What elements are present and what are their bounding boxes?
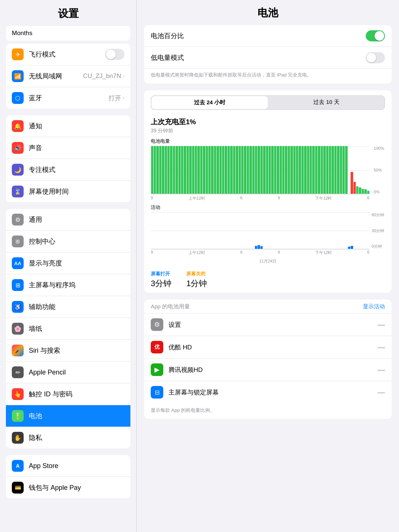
screen-on-stat: 屏幕打开 3分钟 bbox=[151, 271, 171, 289]
notification-icon: 🔔 bbox=[12, 120, 24, 132]
content-title: 电池 bbox=[144, 0, 392, 25]
accessibility-icon: ♿ bbox=[12, 301, 24, 313]
touchid-icon: 👆 bbox=[12, 388, 24, 400]
airplane-toggle[interactable] bbox=[105, 49, 125, 60]
activity-chart-label: 活动 bbox=[151, 204, 385, 211]
screen-off-value: 1分钟 bbox=[186, 278, 207, 289]
wifi-icon: 📶 bbox=[12, 70, 24, 82]
sidebar-item-wallpaper[interactable]: 🌸 墙纸 bbox=[6, 318, 130, 340]
last-charge-title: 上次充电至1% bbox=[151, 117, 385, 127]
sidebar-item-screentime[interactable]: ⌛ 屏幕使用时间 bbox=[6, 181, 130, 202]
sidebar-item-airplane[interactable]: ✈ 飞行模式 bbox=[6, 44, 130, 65]
appstore-label: App Store bbox=[29, 462, 125, 470]
low-power-row: 低电量模式 bbox=[144, 47, 392, 69]
content-area: 电池 电池百分比 低电量模式 低电量模式将暂时降低如下载和邮件抓取等后台活动，直… bbox=[137, 0, 399, 532]
low-power-label: 低电量模式 bbox=[151, 53, 366, 62]
app-usage-title: App 的电池用量 bbox=[151, 303, 363, 310]
general-icon: ⚙ bbox=[12, 214, 24, 226]
homescreen-label: 主屏幕与程序坞 bbox=[29, 281, 125, 289]
tencent-app-name: 腾讯视频HD bbox=[168, 366, 378, 374]
accessibility-label: 辅助功能 bbox=[29, 302, 125, 311]
applepencil-label: Apple Pencil bbox=[29, 369, 125, 376]
app-row-tencent[interactable]: ▶ 腾讯视频HD — bbox=[144, 358, 392, 381]
tab-10d[interactable]: 过去 10 天 bbox=[268, 96, 385, 109]
sidebar-item-appstore[interactable]: A App Store bbox=[6, 455, 130, 477]
battery-chart-card: 过去 24 小时 过去 10 天 上次充电至1% 39 分钟前 电池电量 100… bbox=[144, 90, 392, 293]
sidebar-group-store: A App Store 💳 钱包与 Apple Pay bbox=[6, 455, 130, 498]
battery-chart-section: 上次充电至1% 39 分钟前 电池电量 100% 50% 0% 9 bbox=[144, 113, 392, 266]
sidebar-item-wifi[interactable]: 📶 无线局域网 CU_ZJ_bn7N › bbox=[6, 65, 130, 87]
bluetooth-value: 打开 bbox=[109, 94, 121, 102]
sidebar-group-connectivity: ✈ 飞行模式 📶 无线局域网 CU_ZJ_bn7N › ⬡ 蓝牙 打开 › bbox=[6, 44, 130, 109]
sound-label: 声音 bbox=[29, 143, 125, 152]
homescreen-icon: ⊞ bbox=[12, 279, 24, 291]
sidebar-item-focus[interactable]: 🌙 专注模式 bbox=[6, 159, 130, 181]
app-usage-header: App 的电池用量 显示活动 bbox=[144, 299, 392, 313]
app-row-homescreen[interactable]: ⊟ 主屏幕与锁定屏幕 — bbox=[144, 381, 392, 403]
sidebar-item-siri[interactable]: 🎤 Siri 与搜索 bbox=[6, 340, 130, 362]
activity-grid-bottom bbox=[151, 249, 369, 250]
tencent-app-icon: ▶ bbox=[151, 363, 163, 376]
sidebar-group-alerts: 🔔 通知 🔊 声音 🌙 专注模式 ⌛ 屏幕使用时间 bbox=[6, 115, 130, 202]
sidebar-item-controlcenter[interactable]: ⊞ 控制中心 bbox=[6, 231, 130, 253]
sidebar-item-bluetooth[interactable]: ⬡ 蓝牙 打开 › bbox=[6, 87, 130, 109]
sidebar-item-wallet[interactable]: 💳 钱包与 Apple Pay bbox=[6, 477, 130, 498]
sidebar: 设置 Months ✈ 飞行模式 📶 无线局域网 CU_ZJ_bn7N › bbox=[0, 0, 137, 532]
show-activity-button[interactable]: 显示活动 bbox=[363, 303, 385, 310]
app-row-settings[interactable]: ⚙ 设置 — bbox=[144, 313, 392, 336]
battery-x-labels: 9 上午12时 6 9 下午12时 6 bbox=[151, 195, 385, 201]
app-row-youku[interactable]: 优 优酷 HD — bbox=[144, 336, 392, 358]
siri-label: Siri 与搜索 bbox=[29, 346, 125, 355]
general-label: 通用 bbox=[29, 215, 125, 224]
appstore-icon: A bbox=[12, 460, 24, 472]
sidebar-item-privacy[interactable]: ✋ 隐私 bbox=[6, 427, 130, 448]
display-icon: AA bbox=[12, 257, 24, 269]
focus-label: 专注模式 bbox=[29, 165, 125, 174]
battery-label: 电池 bbox=[29, 411, 125, 420]
homescreen-app-name: 主屏幕与锁定屏幕 bbox=[168, 388, 378, 397]
controlcenter-icon: ⊞ bbox=[12, 235, 24, 247]
tab-24h[interactable]: 过去 24 小时 bbox=[151, 96, 268, 109]
applepencil-icon: ✏ bbox=[12, 366, 24, 378]
sidebar-item-applepencil[interactable]: ✏ Apple Pencil bbox=[6, 362, 130, 383]
sidebar-item-accessibility[interactable]: ♿ 辅助功能 bbox=[6, 296, 130, 318]
screen-on-value: 3分钟 bbox=[151, 278, 171, 289]
sidebar-title-text: 设置 bbox=[58, 8, 79, 19]
battery-percent-row: 电池百分比 bbox=[144, 25, 392, 47]
sidebar-item-sound[interactable]: 🔊 声音 bbox=[6, 137, 130, 159]
youku-app-icon: 优 bbox=[151, 341, 163, 353]
activity-x-labels: 9 上午12时 6 9 下午12时 6 bbox=[151, 249, 385, 255]
wifi-value: CU_ZJ_bn7N bbox=[83, 72, 121, 80]
sidebar-item-touchid[interactable]: 👆 触控 ID 与密码 bbox=[6, 383, 130, 405]
battery-percent-toggle[interactable] bbox=[366, 30, 385, 41]
last-charge-subtitle: 39 分钟前 bbox=[151, 128, 385, 134]
battery-bars-area bbox=[151, 146, 369, 194]
siri-icon: 🎤 bbox=[12, 345, 24, 356]
battery-icon: 🔋 bbox=[12, 410, 24, 422]
controlcenter-label: 控制中心 bbox=[29, 237, 125, 246]
wifi-label: 无线局域网 bbox=[29, 72, 83, 81]
wallet-icon: 💳 bbox=[12, 482, 24, 494]
homescreen-app-usage: — bbox=[378, 388, 385, 397]
battery-tab-row: 过去 24 小时 过去 10 天 bbox=[151, 95, 385, 110]
homescreen-app-icon: ⊟ bbox=[151, 386, 163, 399]
sidebar-item-display[interactable]: AA 显示与亮度 bbox=[6, 253, 130, 274]
wallpaper-label: 墙纸 bbox=[29, 324, 125, 333]
screen-on-label: 屏幕打开 bbox=[151, 271, 171, 277]
touchid-label: 触控 ID 与密码 bbox=[29, 390, 125, 399]
youku-app-name: 优酷 HD bbox=[168, 343, 378, 352]
bluetooth-icon: ⬡ bbox=[12, 92, 24, 104]
display-label: 显示与亮度 bbox=[29, 259, 125, 268]
sidebar-item-battery[interactable]: 🔋 电池 bbox=[6, 405, 130, 427]
sidebar-item-general[interactable]: ⚙ 通用 bbox=[6, 209, 130, 231]
privacy-icon: ✋ bbox=[12, 432, 24, 444]
sidebar-item-notification[interactable]: 🔔 通知 bbox=[6, 115, 130, 137]
sidebar-group-general: ⚙ 通用 ⊞ 控制中心 AA 显示与亮度 ⊞ 主屏幕与程序坞 ♿ 辅助 bbox=[6, 209, 130, 448]
sidebar-item-homescreen[interactable]: ⊞ 主屏幕与程序坞 bbox=[6, 274, 130, 296]
screentime-label: 屏幕使用时间 bbox=[29, 187, 125, 196]
grid-line-bottom bbox=[151, 194, 369, 194]
battery-y-labels: 100% 50% 0% bbox=[374, 146, 385, 194]
low-power-toggle[interactable] bbox=[366, 52, 385, 63]
activity-chart: 60分钟 30分钟 0分钟 bbox=[151, 212, 385, 249]
sound-icon: 🔊 bbox=[12, 142, 24, 154]
